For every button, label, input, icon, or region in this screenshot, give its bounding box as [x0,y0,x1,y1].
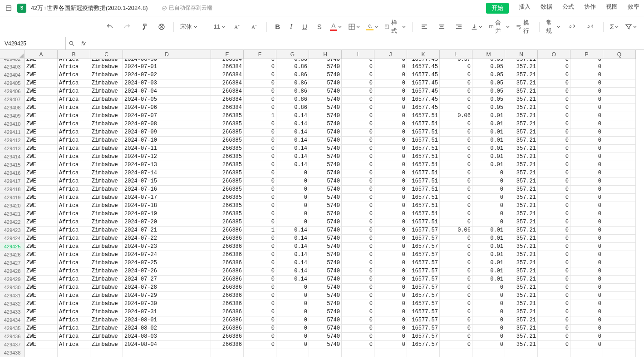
cell[interactable]: ZWE [25,308,58,316]
cell[interactable]: 0 [276,333,309,341]
cell[interactable]: 0 [538,128,570,137]
cell[interactable]: Africa [58,276,90,284]
row-header[interactable]: 429434 [0,316,25,325]
decrease-decimal-button[interactable]: .0 [585,21,597,32]
menu-formula[interactable]: 公式 [562,3,574,14]
cell-style-button[interactable]: 样式 [384,19,406,35]
cell[interactable]: 0.14 [276,235,309,243]
cell[interactable]: 0.14 [276,259,309,267]
cell[interactable] [603,284,636,292]
cell[interactable]: 0 [342,325,374,333]
cell[interactable]: 0 [538,300,570,308]
cell[interactable]: 0 [570,194,603,202]
cell[interactable]: 0 [440,235,472,243]
cell[interactable]: 2024-07-24 [123,251,211,259]
cell[interactable]: 0 [440,79,472,88]
cell[interactable]: 0 [440,316,472,325]
row-header[interactable]: 429413 [0,145,25,153]
cell[interactable]: 16577.51 [407,194,440,202]
cell[interactable]: 0 [374,276,407,284]
cell[interactable] [603,128,636,137]
cell[interactable]: Africa [58,59,90,63]
cell[interactable]: 0 [244,145,276,153]
number-format-select[interactable]: 常规 [546,19,560,35]
cell[interactable]: 0 [244,137,276,145]
cell[interactable]: 0 [570,243,603,251]
cell[interactable]: 5740 [309,308,342,316]
cell[interactable]: 0.14 [276,145,309,153]
cell[interactable]: 0 [570,59,603,63]
cell[interactable]: 0 [440,267,472,276]
cell[interactable]: 0 [570,202,603,210]
column-header-O[interactable]: O [538,50,570,59]
cell[interactable]: 0 [440,96,472,104]
cell[interactable]: 2024-07-27 [123,276,211,284]
cell[interactable]: 0 [342,316,374,325]
cell[interactable]: 0.01 [472,259,505,267]
cell[interactable]: 0 [538,251,570,259]
menu-insert[interactable]: 插入 [519,3,531,14]
row-header[interactable]: 429427 [0,259,25,267]
cell[interactable]: Zimbabwe [90,96,123,104]
cell[interactable]: Africa [58,63,90,71]
cell[interactable]: 357.21 [505,202,538,210]
row-header[interactable]: 429422 [0,218,25,227]
cell[interactable]: 5740 [309,153,342,161]
cell[interactable]: Zimbabwe [90,251,123,259]
cell[interactable]: 0 [538,202,570,210]
cell[interactable]: 0 [244,153,276,161]
cell[interactable]: 0 [374,169,407,178]
cell[interactable]: 0 [276,178,309,186]
cell[interactable]: 0 [342,96,374,104]
cell[interactable] [505,349,538,357]
cell[interactable]: 2024-07-20 [123,218,211,227]
cell[interactable] [603,292,636,300]
cell[interactable]: Africa [58,235,90,243]
cell[interactable]: 0 [374,333,407,341]
cell[interactable]: 2024-07-31 [123,308,211,316]
cell[interactable]: 2024-07-18 [123,202,211,210]
menu-start[interactable]: 开始 [486,3,509,14]
row-header[interactable]: 429404 [0,71,25,79]
cell[interactable]: 0 [472,292,505,300]
cell[interactable]: 0 [570,308,603,316]
cell[interactable] [603,267,636,276]
cell[interactable]: 0 [374,325,407,333]
cell[interactable]: 0 [570,169,603,178]
cell[interactable]: 5740 [309,341,342,349]
vertical-align-button[interactable] [471,23,482,30]
cell[interactable]: 0 [244,194,276,202]
cell[interactable] [211,349,244,357]
cell[interactable] [472,349,505,357]
cell[interactable] [570,349,603,357]
borders-button[interactable] [348,23,360,30]
cell[interactable]: 0 [440,210,472,218]
row-header[interactable]: 429426 [0,251,25,259]
cell[interactable]: 2024-07-08 [123,120,211,128]
cell[interactable] [603,112,636,120]
cell[interactable]: Africa [58,218,90,227]
cell[interactable]: Africa [58,325,90,333]
cell[interactable]: 0 [570,267,603,276]
cell[interactable] [603,153,636,161]
cell[interactable]: 357.21 [505,316,538,325]
cell[interactable]: 0 [538,63,570,71]
cell[interactable]: 0 [538,178,570,186]
cell[interactable]: 0 [374,210,407,218]
cell[interactable]: 0 [570,71,603,79]
cell[interactable]: 0 [538,316,570,325]
font-color-button[interactable]: A [330,22,342,31]
cell[interactable]: ZWE [25,104,58,112]
cell[interactable]: ZWE [25,300,58,308]
cell[interactable]: 266384 [211,79,244,88]
cell[interactable]: ZWE [25,128,58,137]
cell[interactable]: 0 [244,96,276,104]
row-header[interactable]: 429421 [0,210,25,218]
cell[interactable]: 0.14 [276,276,309,284]
cell[interactable]: 0 [538,96,570,104]
cell[interactable]: 266386 [211,251,244,259]
cell[interactable]: 5740 [309,202,342,210]
cell[interactable]: 0 [374,316,407,325]
cell[interactable]: 0 [342,243,374,251]
cell[interactable]: 0 [244,71,276,79]
